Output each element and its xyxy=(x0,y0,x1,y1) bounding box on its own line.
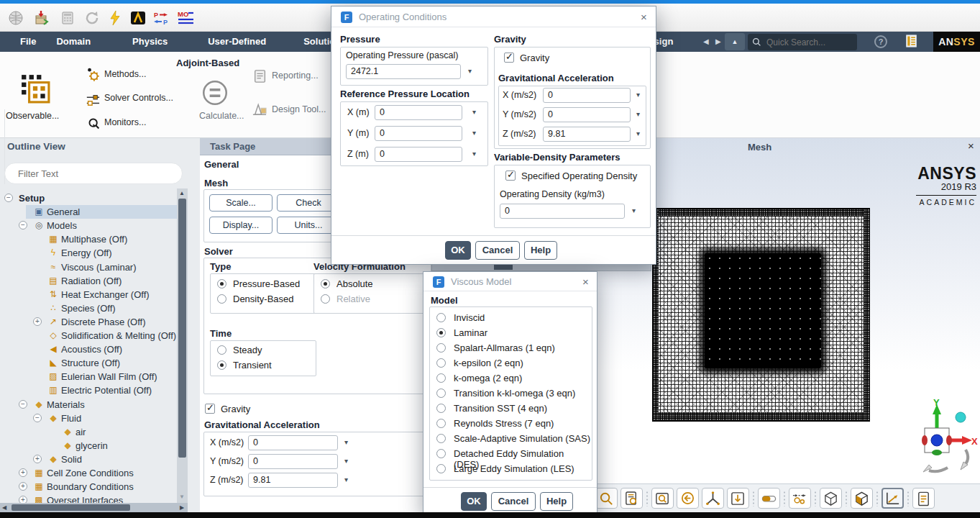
radio-icon[interactable] xyxy=(436,464,446,473)
viscous-option-label[interactable]: k-epsilon (2 eqn) xyxy=(454,358,523,368)
monitors-button[interactable]: Monitors... xyxy=(104,117,146,127)
refz-drop-icon[interactable]: ▾ xyxy=(472,150,476,158)
viscous-option-detached-eddy-simulation-des[interactable]: Detached Eddy Simulation (DES) xyxy=(434,447,592,461)
oc-help-button[interactable]: Help xyxy=(524,241,557,260)
filter-box[interactable] xyxy=(4,163,183,184)
pressure-based-radio[interactable] xyxy=(217,279,226,288)
gz-field[interactable]: 9.81 xyxy=(248,473,338,488)
tree-item-label[interactable]: General xyxy=(47,205,80,219)
gy-drop-icon[interactable]: ▾ xyxy=(344,457,348,465)
tree-item-boundary-conditions[interactable]: +▦Boundary Conditions xyxy=(0,480,177,494)
tree-item-label[interactable]: Acoustics (Off) xyxy=(61,342,122,356)
gx-field[interactable]: 0 xyxy=(248,435,338,450)
report-magnifier-icon[interactable] xyxy=(620,488,643,509)
tree-item-label[interactable]: Models xyxy=(47,219,77,232)
radio-icon[interactable] xyxy=(436,373,446,383)
vm-ok-button[interactable]: OK xyxy=(461,492,487,511)
viscous-option-label[interactable]: Transition k-kl-omega (3 eqn) xyxy=(454,388,575,399)
transient-radio[interactable] xyxy=(217,360,226,370)
oc-gravity-checkbox[interactable] xyxy=(504,53,514,63)
sod-checkbox[interactable] xyxy=(505,171,516,181)
tree-item-discrete-phase-off[interactable]: +↗Discrete Phase (Off) xyxy=(0,315,177,329)
display-button[interactable]: Display... xyxy=(209,217,273,234)
collapse-icon[interactable]: − xyxy=(19,221,27,230)
density-based-radio[interactable] xyxy=(217,294,226,304)
ocgz-drop-icon[interactable]: ▾ xyxy=(636,130,640,137)
oc-cancel-button[interactable]: Cancel xyxy=(475,241,520,260)
refx-field[interactable]: 0 xyxy=(375,105,462,120)
graphics-mini-scroll-thumb[interactable] xyxy=(494,265,513,270)
ansys-a-icon[interactable] xyxy=(128,8,148,28)
quick-search[interactable] xyxy=(748,34,857,50)
steady-radio[interactable] xyxy=(217,345,226,355)
viscous-option-k-omega-2-eqn[interactable]: k-omega (2 eqn) xyxy=(434,371,592,386)
help-icon[interactable]: ? xyxy=(874,35,887,48)
od-field[interactable]: 0 xyxy=(500,204,625,219)
tree-item-label[interactable]: Boundary Conditions xyxy=(47,480,134,494)
tree-item-solid[interactable]: +◆Solid xyxy=(0,453,177,466)
tree-item-overset-interfaces[interactable]: +▩Overset Interfaces xyxy=(0,494,177,503)
tree-item-heat-exchanger-off[interactable]: ⇅Heat Exchanger (Off) xyxy=(0,288,177,301)
tree-item-label[interactable]: Energy (Off) xyxy=(61,246,112,260)
zoom-previous-icon[interactable] xyxy=(677,488,699,509)
tree-item-label[interactable]: Materials xyxy=(47,398,85,412)
tree-item-setup[interactable]: −Setup xyxy=(0,191,177,205)
refx-drop-icon[interactable]: ▾ xyxy=(472,108,476,116)
tree-item-species-off[interactable]: ∴Species (Off) xyxy=(0,301,177,315)
tree-item-glycerin[interactable]: ◆glycerin xyxy=(0,439,177,453)
radio-icon[interactable] xyxy=(436,328,446,337)
vm-title-bar[interactable]: F Viscous Model × xyxy=(423,272,597,291)
radio-icon[interactable] xyxy=(436,434,446,443)
transient-label[interactable]: Transient xyxy=(233,360,272,371)
quick-search-input[interactable] xyxy=(765,37,844,48)
viscous-option-label[interactable]: Transition SST (4 eqn) xyxy=(454,403,547,414)
tree-item-label[interactable]: Structure (Off) xyxy=(61,356,120,370)
refy-drop-icon[interactable]: ▾ xyxy=(472,129,476,137)
methods-button[interactable]: Methods... xyxy=(104,69,146,79)
viscous-option-transition-sst-4-eqn[interactable]: Transition SST (4 eqn) xyxy=(434,401,592,416)
absolute-label[interactable]: Absolute xyxy=(336,278,373,289)
tree-item-label[interactable]: Eulerian Wall Film (Off) xyxy=(61,370,157,383)
tree-item-air[interactable]: ◆air xyxy=(0,425,177,439)
radio-icon[interactable] xyxy=(436,358,446,368)
sod-label[interactable]: Specified Operating Density xyxy=(521,171,637,181)
tree-item-label[interactable]: Fluid xyxy=(61,412,81,425)
radio-icon[interactable] xyxy=(436,313,446,322)
tree-item-label[interactable]: Multiphase (Off) xyxy=(61,232,127,246)
tree-item-label[interactable]: Heat Exchanger (Off) xyxy=(61,288,150,301)
gz-drop-icon[interactable]: ▾ xyxy=(344,476,348,483)
journal-icon[interactable]: MO xyxy=(175,8,196,28)
tree-vscroll-thumb[interactable] xyxy=(178,199,186,458)
tree-horizontal-scrollbar[interactable]: ◀ ▶ xyxy=(0,503,188,512)
viscous-option-label[interactable]: Inviscid xyxy=(454,312,485,323)
collapse-icon[interactable]: − xyxy=(33,414,42,422)
mesh-sphere-icon[interactable] xyxy=(6,8,26,28)
observable-button[interactable]: Observable... xyxy=(6,111,59,121)
calculate-button[interactable]: Calculate... xyxy=(199,111,244,121)
ocgy-field[interactable]: 0 xyxy=(543,107,631,122)
scale-button[interactable]: Scale... xyxy=(209,194,273,212)
tree-item-label[interactable]: Setup xyxy=(19,191,45,205)
density-based-label[interactable]: Density-Based xyxy=(233,294,294,304)
design-tool-button[interactable]: Design Tool... xyxy=(272,104,326,114)
tree-item-multiphase-off[interactable]: ▦Multiphase (Off) xyxy=(0,232,177,246)
collapse-icon[interactable]: − xyxy=(19,400,27,409)
tree-item-energy-off[interactable]: ϟEnergy (Off) xyxy=(0,246,177,260)
viscous-option-transition-k-kl-omega-3-eqn[interactable]: Transition k-kl-omega (3 eqn) xyxy=(434,386,592,401)
gravity-checkbox[interactable] xyxy=(205,404,215,414)
tree-item-fluid[interactable]: −◆Fluid xyxy=(0,412,177,425)
tab-scroll-left-icon[interactable]: ◀ xyxy=(703,32,709,52)
tree-item-viscous-laminar[interactable]: ≈Viscous (Laminar) xyxy=(0,260,177,274)
fast-mode-icon[interactable] xyxy=(105,8,125,28)
expand-icon[interactable]: + xyxy=(19,468,27,477)
capsule-icon[interactable] xyxy=(758,488,780,509)
radio-icon[interactable] xyxy=(436,404,446,413)
viscous-option-label[interactable]: k-omega (2 eqn) xyxy=(454,373,522,383)
viscous-option-laminar[interactable]: Laminar xyxy=(434,326,592,340)
ribbon-collapse-button[interactable]: ▲ xyxy=(725,33,745,50)
refz-field[interactable]: 0 xyxy=(375,147,462,162)
viscous-option-scale-adaptive-simulation-sas[interactable]: Scale-Adaptive Simulation (SAS) xyxy=(434,432,592,446)
tree-item-label[interactable]: Species (Off) xyxy=(61,301,116,315)
mesh-render[interactable] xyxy=(652,208,870,422)
ocgy-drop-icon[interactable]: ▾ xyxy=(636,110,640,118)
